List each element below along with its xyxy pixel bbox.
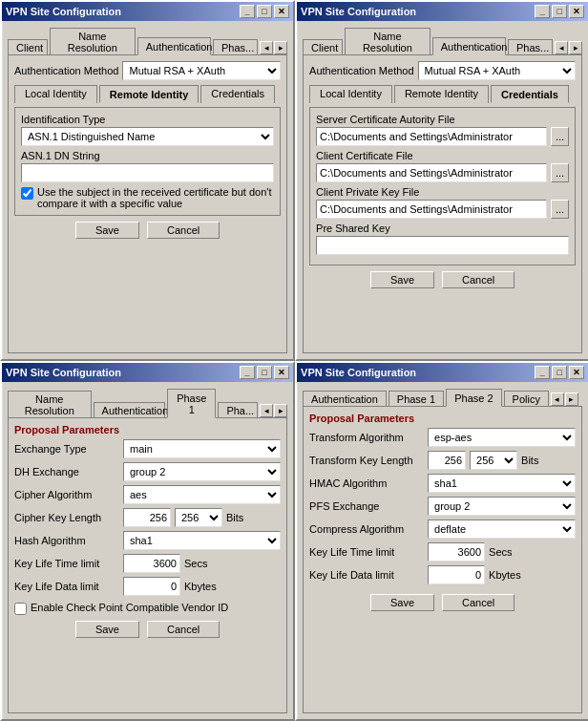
auth-method-label-tl: Authentication Method [14,65,118,76]
minimize-btn-br[interactable]: _ [535,366,550,379]
key-life-time-row-bl: Key Life Time limit Secs [14,554,281,573]
cipher-key-input[interactable] [123,508,171,527]
tab-phase-tl[interactable]: Phas... [213,39,258,55]
checkpoint-checkbox-row: Enable Check Point Compatible Vendor ID [14,602,281,615]
close-btn-tl[interactable]: ✕ [274,5,289,18]
nav-right-tr[interactable]: ▸ [569,41,582,54]
save-btn-tl[interactable]: Save [75,222,139,239]
key-life-data-input-br[interactable] [428,565,485,584]
key-life-time-row-br: Key Life Time limit Secs [309,542,576,562]
sub-tab-creds-tl[interactable]: Credentials [200,85,275,103]
client-cert-input[interactable] [316,163,547,182]
transform-algo-select[interactable]: esp-aes [428,428,576,447]
tab-pha-bl[interactable]: Pha... [218,402,258,418]
hmac-algo-select[interactable]: sha1 [428,474,576,493]
transform-key-input[interactable] [428,451,466,470]
key-life-time-label-bl: Key Life Time limit [14,558,119,569]
use-subject-checkbox-tl[interactable] [21,187,33,200]
title-top-left: VPN Site Configuration [6,6,121,17]
content-bottom-right: Authentication Phase 1 Phase 2 Policy ◂ … [297,382,588,720]
pre-shared-input[interactable] [316,236,569,255]
minimize-btn-tr[interactable]: _ [535,5,550,18]
close-btn-tr[interactable]: ✕ [569,5,584,18]
key-life-data-input-bl[interactable] [123,577,180,596]
tab-phase2-br[interactable]: Phase 2 [446,389,501,407]
cancel-btn-br[interactable]: Cancel [442,594,514,611]
proposal-params-label-bl: Proposal Parameters [14,424,281,435]
window-bottom-left: VPN Site Configuration _ □ ✕ Name Resolu… [0,361,295,722]
nav-left-tl[interactable]: ◂ [260,41,273,54]
tab-phase1-bl[interactable]: Phase 1 [167,389,216,418]
dn-string-input-tl[interactable] [21,163,274,182]
tab-auth-tl[interactable]: Authentication [137,37,211,55]
exchange-type-select[interactable]: main [123,439,281,458]
exchange-type-row: Exchange Type main [14,439,281,458]
title-controls-top-right: _ □ ✕ [535,5,584,18]
nav-right-tl[interactable]: ▸ [274,41,287,54]
cipher-key-select[interactable]: 256 [175,508,222,527]
key-life-data-label-br: Key Life Data limit [309,569,424,581]
tab-name-res-tl[interactable]: Name Resolution [50,28,136,55]
maximize-btn-tr[interactable]: □ [552,5,567,18]
tab-name-res-bl[interactable]: Name Resolution [8,391,92,418]
transform-key-select[interactable]: 256 [470,451,517,470]
maximize-btn-tl[interactable]: □ [257,5,272,18]
nav-right-bl[interactable]: ▸ [274,404,287,417]
ident-type-select-tl[interactable]: ASN.1 Distinguished Name [21,127,274,146]
cancel-btn-tl[interactable]: Cancel [147,222,220,239]
nav-left-tr[interactable]: ◂ [555,41,568,54]
minimize-btn-tl[interactable]: _ [240,5,255,18]
sub-tab-remote-tr[interactable]: Remote Identity [394,85,489,103]
content-top-right: Client Name Resolution Authentication Ph… [297,21,588,359]
tab-phase1-br[interactable]: Phase 1 [388,391,444,407]
dh-exchange-row: DH Exchange group 2 [14,462,281,481]
sub-tab-local-tl[interactable]: Local Identity [14,85,97,103]
client-key-input[interactable] [316,200,547,219]
cancel-btn-bl[interactable]: Cancel [147,621,220,638]
sub-tab-local-tr[interactable]: Local Identity [309,85,392,103]
client-cert-browse[interactable]: ... [551,163,569,182]
maximize-btn-br[interactable]: □ [552,366,567,379]
nav-right-br[interactable]: ▸ [565,392,578,406]
maximize-btn-bl[interactable]: □ [257,366,272,379]
key-life-time-input-br[interactable] [428,542,485,562]
nav-arrows-tr: ◂ ▸ [555,41,582,54]
client-key-browse[interactable]: ... [551,200,569,219]
nav-left-br[interactable]: ◂ [551,392,564,406]
key-life-data-row-br: Key Life Data limit Kbytes [309,565,576,584]
sub-tab-remote-tl[interactable]: Remote Identity [99,85,200,103]
tab-client-tr[interactable]: Client [303,39,343,55]
save-btn-br[interactable]: Save [370,594,434,611]
save-btn-tr[interactable]: Save [370,271,434,288]
close-btn-bl[interactable]: ✕ [274,366,289,379]
cancel-btn-tr[interactable]: Cancel [442,271,514,288]
key-life-time-secs-bl: Secs [184,558,207,569]
dh-exchange-select[interactable]: group 2 [123,462,281,481]
save-btn-bl[interactable]: Save [75,621,139,638]
server-cert-browse[interactable]: ... [551,127,569,146]
tab-phase-tr[interactable]: Phas... [508,39,553,55]
tab-client-tl[interactable]: Client [8,39,48,55]
auth-method-row-tl: Authentication Method Mutual RSA + XAuth [14,61,281,80]
tab-auth-bl[interactable]: Authentication [94,402,166,418]
auth-method-select-tr[interactable]: Mutual RSA + XAuth [418,61,577,80]
transform-key-bits: Bits [521,455,538,466]
compress-algo-select[interactable]: deflate [428,520,576,539]
title-bottom-left: VPN Site Configuration [6,367,121,378]
auth-method-select-tl[interactable]: Mutual RSA + XAuth [122,61,281,80]
minimize-btn-bl[interactable]: _ [240,366,255,379]
cipher-algo-select[interactable]: aes [123,485,281,504]
tab-auth-br[interactable]: Authentication [303,391,387,407]
server-cert-input[interactable] [316,127,547,146]
tab-policy-br[interactable]: Policy [504,391,549,407]
checkpoint-checkbox[interactable] [14,603,27,615]
pfs-exchange-select[interactable]: group 2 [428,497,576,516]
hash-algo-select[interactable]: sha1 [123,531,281,550]
tab-name-res-tr[interactable]: Name Resolution [345,28,430,55]
key-life-time-input-bl[interactable] [123,554,180,573]
tab-auth-tr[interactable]: Authentication [432,37,506,55]
nav-left-bl[interactable]: ◂ [260,404,273,417]
close-btn-br[interactable]: ✕ [569,366,584,379]
dn-string-label-tl: ASN.1 DN String [21,150,274,161]
sub-tab-creds-tr[interactable]: Credentials [491,85,569,103]
